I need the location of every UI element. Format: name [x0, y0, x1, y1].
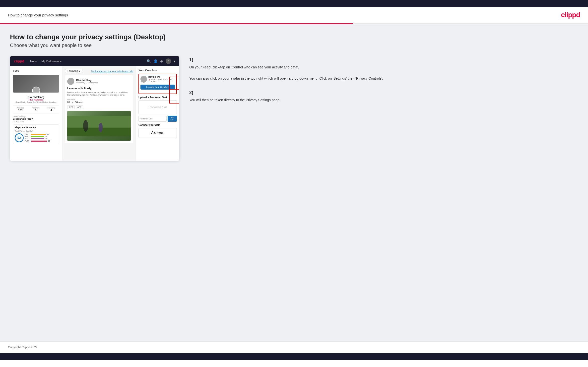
chevron-down-icon: ▾ — [174, 59, 175, 63]
instruction-2-number: 2) — [189, 90, 578, 95]
activity-title: Lesson with Fordy — [67, 87, 131, 90]
quality-row: 92 OTT 90 APP 85 — [15, 133, 57, 142]
person-icon[interactable]: 👤 — [153, 59, 158, 63]
user-club: Royal North Devon Golf Club, United King… — [13, 101, 59, 103]
instruction-1-text: On your Feed, click/tap on 'Control who … — [189, 64, 578, 81]
profile-avatar — [32, 87, 40, 93]
stat-followers: Followers 3 — [32, 107, 40, 112]
coach-row: David Ford 📍 Royal North Devon Golf Club — [140, 76, 175, 83]
feed-tab: Feed — [13, 69, 59, 72]
stat-following: Following 4 — [48, 107, 55, 112]
demo-nav-performance: My Performance — [42, 60, 62, 63]
user-tag: Plus Handicap — [13, 99, 59, 101]
plus-icon[interactable]: ⊕ — [160, 59, 163, 63]
trackman-link-input[interactable] — [138, 116, 167, 122]
demo-nav-logo: clippd — [14, 59, 24, 63]
metric-arg: ARG 86 — [25, 138, 57, 140]
coaches-title: Your Coaches — [138, 69, 177, 72]
stat-following-label: Following — [48, 107, 55, 109]
activity-user-name: Blair McHarg — [76, 79, 98, 82]
app-label: APP — [25, 136, 30, 137]
ott-label: OTT — [25, 133, 30, 135]
instruction-2-text: You will then be taken directly to the P… — [189, 97, 578, 103]
page-title: How to change your privacy settings (Des… — [10, 33, 578, 41]
demo-body: Feed Blair McHarg Plus Handicap Royal No… — [10, 66, 179, 161]
latest-date: 03 Aug 2022 — [13, 120, 59, 122]
demo-nav-home: Home — [30, 60, 37, 63]
arg-label: ARG — [25, 138, 30, 140]
following-row: Following ▾ Control who can see your act… — [65, 69, 133, 73]
metric-app: APP 85 — [25, 136, 57, 137]
demo-feed: Following ▾ Control who can see your act… — [62, 66, 136, 161]
bottom-bar — [0, 353, 588, 360]
footer-text: Copyright Clippd 2022 — [8, 346, 38, 349]
activity-user-info: Blair McHarg Yesterday · Sunningdale — [76, 79, 98, 84]
footer: Copyright Clippd 2022 — [0, 341, 588, 353]
manage-coaches-button[interactable]: Manage Your Coaches — [140, 85, 175, 90]
trackman-box: Trackman Link — [138, 100, 177, 114]
clippd-logo: clippd — [561, 11, 580, 19]
coach-club-text: Royal North Devon Golf Club — [151, 78, 175, 83]
add-link-button[interactable]: Add Link — [168, 116, 177, 122]
metric-ott: OTT 90 — [25, 133, 57, 135]
activity-meta: Yesterday · Sunningdale — [76, 82, 98, 84]
quality-score: 92 — [15, 133, 24, 142]
activity-golf-image — [67, 111, 131, 141]
following-chevron: ▾ — [79, 70, 80, 72]
app-value: 85 — [45, 136, 47, 137]
header: How to change your privacy settings clip… — [0, 7, 588, 23]
stat-activities: Activities 131 — [17, 107, 24, 112]
top-bar — [0, 0, 588, 7]
demo-right-panel: Your Coaches David Ford 📍 Royal North De… — [136, 66, 179, 161]
instruction-1-number: 1) — [189, 57, 578, 62]
ott-bar — [31, 134, 46, 135]
instruction-2: 2) You will then be taken directly to th… — [189, 90, 578, 103]
demo-ui: clippd Home My Performance 🔍 👤 ⊕ B ▾ Fe — [10, 56, 179, 161]
coach-avatar — [140, 76, 147, 83]
duration-value: 01 hr : 30 min — [67, 101, 131, 104]
instructions-panel: 1) On your Feed, click/tap on 'Control w… — [189, 56, 578, 112]
tag-ott: OTT — [67, 105, 75, 109]
user-stats: Activities 131 Followers 3 Following 4 — [13, 105, 59, 113]
arg-value: 86 — [45, 138, 47, 140]
tag-app: APP — [76, 105, 83, 109]
latest-value: Lesson with Fordy — [13, 118, 59, 120]
demo-nav: clippd Home My Performance 🔍 👤 ⊕ B ▾ — [10, 56, 179, 66]
latest-label: Latest Activity — [13, 115, 59, 118]
trackman-placeholder: Trackman Link — [141, 105, 175, 109]
coach-info: David Ford 📍 Royal North Devon Golf Club — [148, 76, 175, 83]
activity-image — [67, 111, 131, 141]
demo-sidebar: Feed Blair McHarg Plus Handicap Royal No… — [10, 66, 62, 161]
ott-value: 90 — [47, 133, 49, 135]
perf-title: Player Performance — [15, 126, 57, 129]
app-bar — [31, 136, 44, 137]
following-button[interactable]: Following ▾ — [65, 69, 83, 73]
quality-label: Total Player Quality ⓘ — [15, 130, 57, 132]
user-name: Blair McHarg — [13, 96, 59, 99]
coach-name: David Ford — [148, 76, 175, 78]
search-icon[interactable]: 🔍 — [147, 59, 151, 63]
activity-desc: Looking to feel like my hands are exitin… — [67, 91, 131, 96]
putt-label: PUTT — [25, 140, 30, 142]
activity-header: Blair McHarg Yesterday · Sunningdale — [67, 78, 131, 85]
profile-banner — [13, 75, 59, 93]
page-subtitle: Choose what you want people to see — [10, 43, 578, 48]
metric-putt: PUTT 96 — [25, 140, 57, 142]
arg-bar — [31, 138, 44, 139]
metrics: OTT 90 APP 85 ARG — [25, 133, 57, 142]
arccos-card: Arccos — [138, 128, 177, 138]
svg-point-3 — [99, 123, 103, 132]
location-icon: 📍 — [148, 79, 151, 82]
trackman-title: Upload a Trackman Test — [138, 96, 177, 99]
following-label: Following — [67, 70, 78, 72]
coach-club: 📍 Royal North Devon Golf Club — [148, 78, 175, 83]
avatar[interactable]: B — [166, 58, 171, 64]
main-content: How to change your privacy settings (Des… — [0, 24, 588, 341]
activity-card: Blair McHarg Yesterday · Sunningdale Les… — [65, 75, 133, 143]
stat-following-value: 4 — [48, 109, 55, 112]
control-privacy-link[interactable]: Control who can see your activity and da… — [91, 70, 133, 72]
stat-activities-label: Activities — [17, 107, 24, 109]
putt-value: 96 — [48, 140, 50, 142]
stat-followers-value: 3 — [32, 109, 40, 112]
instruction-1: 1) On your Feed, click/tap on 'Control w… — [189, 57, 578, 81]
